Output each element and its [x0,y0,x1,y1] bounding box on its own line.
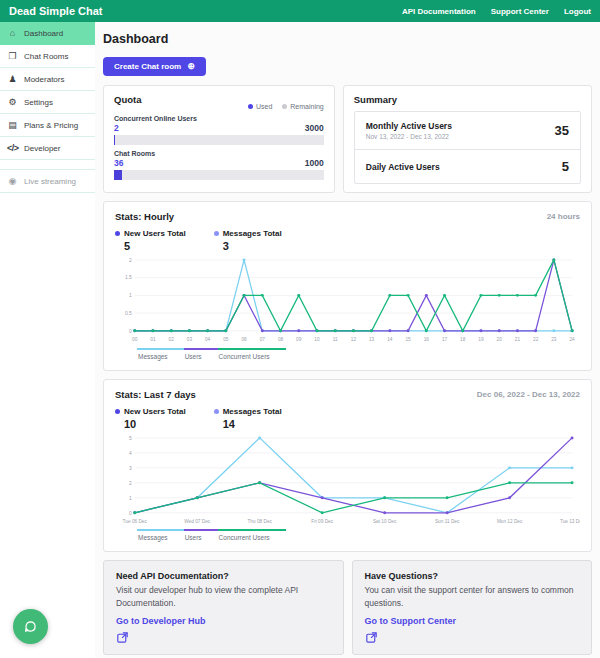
logout-link[interactable]: Logout [564,7,591,16]
svg-text:23: 23 [551,337,557,342]
svg-text:11: 11 [333,337,338,342]
svg-text:Mon 12 Dec: Mon 12 Dec [497,518,523,523]
main-content: Dashboard Create Chat room ⊕ Quota Used … [95,22,600,658]
svg-text:20: 20 [497,337,503,342]
svg-text:1: 1 [129,495,132,500]
svg-text:24: 24 [569,337,575,342]
tab-users[interactable]: Users [184,348,218,361]
sidebar-item-dashboard[interactable]: ⌂ Dashboard [0,22,95,45]
sidebar-item-developer[interactable]: </> Developer [0,137,95,160]
sidebar-item-label: Chat Rooms [24,52,68,61]
quota-legend: Used Remaining [114,103,324,110]
external-link-icon[interactable] [365,631,378,644]
messages-total: Messages Total 3 [214,229,282,252]
weekly-line-chart: 012345Tue 06 DecWed 07 DecThu 08 DecFri … [115,432,580,527]
quota-limit-value: 3000 [305,123,324,133]
chat-widget-button[interactable] [13,609,48,644]
new-users-total: New Users Total 5 [115,229,186,252]
svg-text:0: 0 [129,510,132,515]
quota-meter-label: Concurrent Online Users [114,115,324,122]
summary-row-value: 35 [555,123,569,138]
svg-text:05: 05 [223,337,229,342]
sidebar-item-label: Developer [24,144,60,153]
tab-messages[interactable]: Messages [137,529,184,542]
info-card-body: You can visit the support center for ans… [365,584,580,609]
remaining-dot-icon [282,104,287,109]
svg-text:10: 10 [314,337,320,342]
stats-hourly-title: Stats: Hourly [115,211,174,222]
sidebar-item-label: Live streaming [24,177,76,186]
sidebar-item-label: Plans & Pricing [24,121,78,130]
sidebar-item-settings[interactable]: ⚙ Settings [0,91,95,114]
svg-text:16: 16 [424,337,430,342]
quota-meter-label: Chat Rooms [114,150,324,157]
svg-text:15: 15 [405,337,411,342]
new-users-total: New Users Total 10 [115,407,186,430]
svg-text:22: 22 [533,337,539,342]
weekly-series-legend: Messages Users Concurrent Users [137,529,580,542]
stats-weekly-panel: Stats: Last 7 days Dec 06, 2022 - Dec 13… [103,379,592,553]
svg-text:0.5: 0.5 [125,311,132,316]
messages-total: Messages Total 14 [214,407,282,430]
svg-text:Wed 07 Dec: Wed 07 Dec [184,518,211,523]
svg-text:17: 17 [442,337,448,342]
api-documentation-link[interactable]: API Documentation [402,7,476,16]
sidebar-item-chat-rooms[interactable]: ❐ Chat Rooms [0,45,95,68]
page-title: Dashboard [103,32,592,46]
sidebar-item-live-streaming[interactable]: ◉ Live streaming [0,169,95,193]
svg-text:Sat 10 Dec: Sat 10 Dec [373,518,397,523]
svg-text:08: 08 [278,337,284,342]
quota-progress-bar [114,170,324,180]
summary-row-label: Monthly Active Users [366,121,452,131]
summary-row-monthly-active-users: Monthly Active Users Nov 13, 2022 - Dec … [355,112,580,149]
messages-dot-icon [214,231,219,236]
svg-text:1.5: 1.5 [125,275,132,280]
stats-hourly-panel: Stats: Hourly 24 hours New Users Total 5… [103,201,592,371]
quota-progress-bar [114,135,324,145]
chat-bubbles-icon: ❐ [7,51,18,61]
developer-hub-link[interactable]: Go to Developer Hub [116,616,206,626]
sidebar-item-plans-pricing[interactable]: ▤ Plans & Pricing [0,114,95,137]
credit-card-icon: ▤ [7,120,18,130]
svg-text:06: 06 [241,337,247,342]
svg-text:03: 03 [187,337,193,342]
svg-text:Thu 08 Dec: Thu 08 Dec [247,518,272,523]
svg-text:12: 12 [351,337,357,342]
info-card-title: Need API Documentation? [116,571,331,581]
tab-concurrent-users[interactable]: Concurrent Users [218,348,286,361]
support-center-card: Have Questions? You can visit the suppor… [352,560,593,655]
home-icon: ⌂ [7,28,18,38]
info-card-body: Visit our developer hub to view the comp… [116,584,331,609]
messages-dot-icon [214,409,219,414]
chat-bubble-icon [22,618,39,635]
gear-icon: ⚙ [7,97,18,107]
sidebar-item-label: Dashboard [24,29,63,38]
svg-text:3: 3 [129,465,132,470]
create-chat-room-button[interactable]: Create Chat room ⊕ [103,57,206,76]
support-center-link[interactable]: Support Center [491,7,549,16]
hourly-series-legend: Messages Users Concurrent Users [137,348,580,361]
svg-text:19: 19 [478,337,484,342]
tab-concurrent-users[interactable]: Concurrent Users [218,529,286,542]
svg-text:2: 2 [129,258,132,263]
svg-text:07: 07 [260,337,266,342]
create-chat-room-label: Create Chat room [114,62,181,71]
support-center-card-link[interactable]: Go to Support Center [365,616,457,626]
summary-title: Summary [354,94,581,105]
broadcast-icon: ◉ [7,176,18,186]
svg-text:00: 00 [132,337,138,342]
api-documentation-card: Need API Documentation? Visit our develo… [103,560,344,655]
top-bar: Dead Simple Chat API Documentation Suppo… [0,0,600,22]
tab-messages[interactable]: Messages [137,348,184,361]
svg-text:14: 14 [387,337,393,342]
svg-text:02: 02 [169,337,175,342]
used-label: Used [256,103,272,110]
sidebar-item-moderators[interactable]: ♟ Moderators [0,68,95,91]
quota-panel: Quota Used Remaining Concurrent Online U… [103,85,335,193]
tab-users[interactable]: Users [184,529,218,542]
summary-row-value: 5 [562,159,569,174]
info-card-title: Have Questions? [365,571,580,581]
app-title: Dead Simple Chat [9,5,387,17]
external-link-icon[interactable] [116,631,129,644]
new-users-dot-icon [115,231,120,236]
